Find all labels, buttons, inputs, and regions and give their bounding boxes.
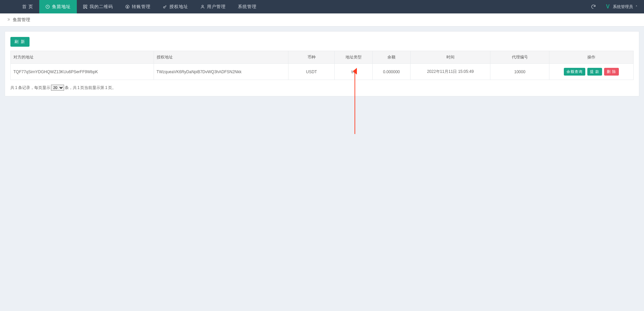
col-balance: 余额 [373, 51, 411, 64]
navbar-spacer [0, 0, 16, 13]
top-navbar: 首 页 鱼苗地址 我的二维码 转账管理 授权地址 用户管理 系统管理 [0, 0, 644, 13]
refresh-page-button[interactable] [585, 0, 601, 13]
yen-icon [125, 4, 130, 9]
table-row: TQF77qSirnYDGHQWZ13KUu6PSerFF9WbpK TWzqu… [11, 64, 634, 80]
data-table: 对方的地址 授权地址 币种 地址类型 余额 时间 代理编号 操作 TQF77qS… [10, 51, 634, 80]
svg-rect-1 [83, 5, 85, 6]
cell-coin: USDT [288, 64, 335, 80]
svg-rect-5 [86, 8, 87, 9]
cell-auth-addr: TWzqueaVK6RyDaNpiB7DvWQ3hADFSN2Nkk [154, 64, 288, 80]
pager-text: 共 [10, 85, 14, 91]
nav-system-mgmt[interactable]: 系统管理 [232, 0, 263, 13]
double-chevron-icon [7, 17, 11, 23]
svg-rect-4 [86, 7, 86, 8]
clock-icon [45, 4, 50, 9]
col-counter-addr: 对方的地址 [11, 51, 154, 64]
pager-pages: 1 [77, 85, 80, 90]
col-addr-type: 地址类型 [335, 51, 373, 64]
table-header: 对方的地址 授权地址 币种 地址类型 余额 时间 代理编号 操作 [11, 51, 634, 64]
nav-fish-address-label: 鱼苗地址 [52, 4, 71, 10]
nav-fish-address[interactable]: 鱼苗地址 [39, 0, 77, 13]
balance-query-button[interactable]: 余额查询 [564, 68, 585, 76]
chevron-up-icon: ˄ [636, 5, 637, 9]
key-icon [163, 4, 167, 9]
pager-text: 条记录，每页显示 [18, 85, 50, 91]
nav-my-qrcode-label: 我的二维码 [90, 4, 113, 10]
pager-text: 条，共 [65, 85, 77, 91]
user-menu[interactable]: V 系统管理员 ˄ [601, 0, 644, 13]
main-panel: 刷 新 对方的地址 授权地址 币种 地址类型 余额 时间 代理编号 操作 TQF… [5, 31, 639, 96]
nav-auth-address-label: 授权地址 [169, 4, 188, 10]
cell-agent-no: 10000 [490, 64, 549, 80]
nav-user-mgmt-label: 用户管理 [207, 4, 226, 10]
qrcode-icon [83, 4, 88, 9]
nav-home-label: 首 页 [22, 4, 33, 10]
cell-balance: 0.000000 [373, 64, 411, 80]
cell-addr-type: trc [335, 64, 373, 80]
svg-rect-2 [86, 5, 87, 6]
col-auth-addr: 授权地址 [154, 51, 288, 64]
navbar-right: V 系统管理员 ˄ [585, 0, 644, 13]
pager-total: 1 [15, 85, 17, 90]
nav-system-mgmt-label: 系统管理 [238, 4, 257, 10]
pager-current: 1 [105, 85, 107, 90]
pager-text: 页。 [108, 85, 116, 91]
svg-point-8 [202, 5, 203, 7]
page-size-select[interactable]: 20 [51, 85, 64, 91]
user-icon [200, 4, 205, 9]
breadcrumb: 鱼苗管理 [0, 13, 644, 27]
nav-transfer[interactable]: 转账管理 [119, 0, 157, 13]
cell-ops: 余额查询 提 款 删 除 [549, 64, 634, 80]
svg-rect-3 [83, 7, 85, 8]
withdraw-button[interactable]: 提 款 [587, 68, 602, 76]
refresh-button[interactable]: 刷 新 [10, 37, 30, 47]
col-agent-no: 代理编号 [490, 51, 549, 64]
reload-icon [591, 4, 596, 9]
nav-transfer-label: 转账管理 [132, 4, 151, 10]
cell-time: 2022年11月11日 15:05:49 [410, 64, 490, 80]
col-coin: 币种 [288, 51, 335, 64]
col-ops: 操作 [549, 51, 634, 64]
nav-auth-address[interactable]: 授权地址 [157, 0, 194, 13]
cell-counter-addr: TQF77qSirnYDGHQWZ13KUu6PSerFF9WbpK [11, 64, 154, 80]
nav-home[interactable]: 首 页 [16, 0, 39, 13]
nav-user-mgmt[interactable]: 用户管理 [194, 0, 232, 13]
pagination-info: 共 1 条记录，每页显示 20 条，共 1 页当前显示第 1 页。 [10, 85, 634, 91]
breadcrumb-title: 鱼苗管理 [13, 17, 30, 23]
delete-button[interactable]: 删 除 [604, 68, 619, 76]
user-menu-label: 系统管理员 [613, 4, 633, 10]
nav-my-qrcode[interactable]: 我的二维码 [77, 0, 119, 13]
page-body: 刷 新 对方的地址 授权地址 币种 地址类型 余额 时间 代理编号 操作 TQF… [0, 27, 644, 101]
brand-v-icon: V [605, 4, 611, 10]
pager-text: 页当前显示第 [80, 85, 104, 91]
col-time: 时间 [410, 51, 490, 64]
svg-point-7 [163, 6, 165, 8]
